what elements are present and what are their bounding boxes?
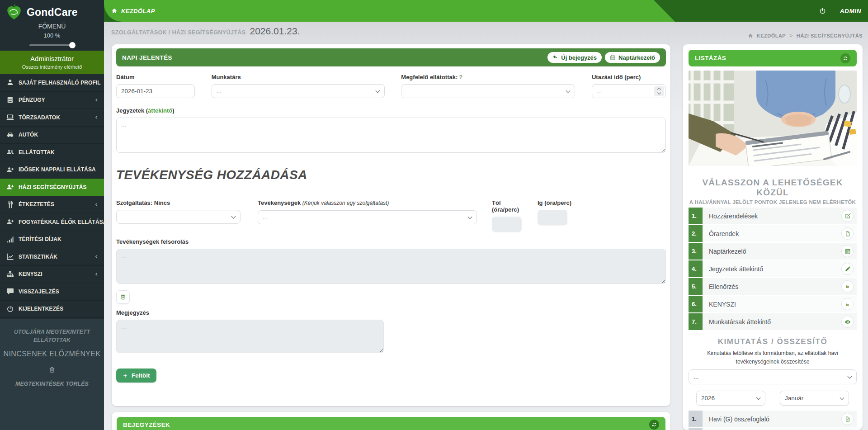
report-summary-description: Kimutatás letöltése xls formátumban, az … xyxy=(689,349,857,366)
date-input[interactable] xyxy=(116,84,195,98)
list-item-havi-s-osszefoglalo[interactable]: 2. Havi (S) összefoglaló xyxy=(689,428,857,430)
sidebar-item-etkeztetes[interactable]: ÉTKEZTETÉS xyxy=(0,196,104,214)
help-question-icon[interactable]: ? xyxy=(459,74,462,80)
report-select[interactable]: ... xyxy=(689,369,857,384)
recent-patients-title: UTOLJÁRA MEGTEKINTETT ELLÁTOTTAK xyxy=(0,328,104,344)
sidebar-item-kijelentkezes[interactable]: KIJELENTKEZÉS xyxy=(0,301,104,318)
zoom-slider[interactable] xyxy=(29,44,75,46)
sidebar-item-ellatottak[interactable]: ELLÁTOTTAK xyxy=(0,144,104,161)
breadcrumb-right: KEZDŐLAP > HÁZI SEGÍTSÉGNYÚJTÁS xyxy=(748,33,863,39)
breadcrumb: SZOLGÁLTATÁSOK / HÁZI SEGÍTSÉGNYÚJTÁS 20… xyxy=(111,27,300,36)
number-stepper[interactable] xyxy=(654,86,664,96)
power-icon[interactable] xyxy=(819,7,826,15)
sidebar-item-penzugy[interactable]: PÉNZÜGY xyxy=(0,92,104,109)
entries-title: BEJEGYZÉSEK xyxy=(123,421,170,428)
file-text-icon-button[interactable] xyxy=(841,413,854,425)
power-icon xyxy=(6,305,14,313)
sidebar-item-autok[interactable]: AUTÓK xyxy=(0,127,104,144)
recent-patients-panel: UTOLJÁRA MEGTEKINTETT ELLÁTOTTAK NINCSEN… xyxy=(0,319,104,430)
sidebar-menu-title: FŐMENÜ xyxy=(0,23,104,30)
sidebar-item-idosek-nappali-ellatasa[interactable]: IDŐSEK NAPPALI ELLÁTÁSA xyxy=(0,161,104,179)
staff-select[interactable]: ... xyxy=(212,84,385,98)
service-select[interactable] xyxy=(116,210,241,224)
current-user[interactable]: ADMIN xyxy=(840,8,861,14)
comment-textarea[interactable] xyxy=(116,320,384,353)
file-icon xyxy=(844,231,851,237)
time-from-input[interactable] xyxy=(492,217,522,232)
calendar-icon-button[interactable] xyxy=(841,245,854,257)
edit-icon-button[interactable] xyxy=(841,210,854,222)
refresh-listing-button[interactable] xyxy=(840,53,850,63)
date-label: Dátum xyxy=(116,74,195,80)
home-icon xyxy=(111,8,118,14)
trash-icon[interactable] xyxy=(48,366,56,373)
choose-options-subtitle: A HALVÁNNYAL JELÖLT PONTOK JELENLEG NEM … xyxy=(689,199,857,205)
sidebar-item-visszajelzes[interactable]: VISSZAJELZÉS xyxy=(0,283,104,301)
report-list: 1. Havi (G) összefoglaló 2. Havi (S) öss… xyxy=(689,411,857,430)
stepper-down-icon[interactable] xyxy=(657,91,661,95)
app-logo[interactable]: GondCare xyxy=(0,0,104,22)
chevron-left-icon xyxy=(94,97,99,103)
eligible-select[interactable] xyxy=(401,84,575,98)
add-activity-heading: TEVÉKENYSÉG HOZZÁADÁSA xyxy=(116,168,666,182)
file-icon-button[interactable] xyxy=(841,227,854,240)
sidebar-item-teritesi-dijak[interactable]: TÉRÍTÉSI DÍJAK xyxy=(0,231,104,249)
list-item-havi-g-osszefoglalo[interactable]: 1. Havi (G) összefoglaló xyxy=(689,411,857,427)
refresh-entries-button[interactable] xyxy=(649,420,659,430)
chevron-down-icon xyxy=(566,88,571,93)
utensils-icon xyxy=(6,200,14,209)
eye-icon-button[interactable] xyxy=(841,316,854,328)
comment-block: Megjegyzés xyxy=(116,309,384,353)
users-icon xyxy=(6,148,14,156)
pencil-icon-button[interactable] xyxy=(841,263,854,275)
activity-list-textarea[interactable] xyxy=(116,249,666,284)
notes-label: Jegyzetek (áttekintő) xyxy=(116,107,666,114)
sidebar-item-kenyszi[interactable]: KENYSZI xyxy=(0,266,104,284)
sidebar-item-fogyatekkal-elok-ellatasa[interactable]: FOGYATÉKKAL ÉLŐK ELLÁTÁSA xyxy=(0,213,104,231)
service-label: Szolgáltatás: Nincs xyxy=(116,199,241,206)
clear-history-link[interactable]: MEGTEKINTÉSEK TÖRLÉS xyxy=(0,380,104,388)
sidebar-menu: SAJÁT FELHASZNÁLÓ PROFIL PÉNZÜGY TÖRZSAD… xyxy=(0,74,104,318)
user-plus-icon xyxy=(6,217,14,226)
list-item-kenyszi[interactable]: 6. KENYSZI xyxy=(689,296,857,312)
car-icon xyxy=(6,131,14,139)
edit-icon xyxy=(844,213,851,219)
refresh-icon xyxy=(651,422,657,427)
list-item-ellenorzes[interactable]: 5. Ellenőrzés xyxy=(689,278,857,295)
list-item-hozzarendelesek[interactable]: 1. Hozzárendelések xyxy=(689,208,857,224)
calendar-manager-button[interactable]: Naptárkezelő xyxy=(605,52,660,63)
breadcrumb-home-link[interactable]: KEZDŐLAP xyxy=(757,33,786,38)
activities-label: Tevékenységek (Kérjük válasszon egy szol… xyxy=(258,199,477,207)
clear-activities-button[interactable] xyxy=(116,290,130,304)
list-item-naptarkezelo[interactable]: 3. Naptárkezelő xyxy=(689,243,857,260)
activities-select[interactable]: ... xyxy=(258,210,477,224)
notes-textarea[interactable] xyxy=(116,118,666,153)
gondcare-logo-icon xyxy=(5,3,23,21)
new-entry-button[interactable]: Új bejegyzés xyxy=(547,52,602,63)
zoom-slider-thumb[interactable] xyxy=(69,42,75,48)
month-select[interactable]: Január xyxy=(780,391,849,406)
sidebar-item-torzsadatok[interactable]: TÖRZSADATOK xyxy=(0,109,104,127)
entries-header: BEJEGYZÉSEK xyxy=(117,417,665,430)
report-form-row-1: Dátum Munkatárs ... Megfelelő ellátottak… xyxy=(116,74,666,98)
notes-overview-link[interactable]: áttekintő xyxy=(148,107,172,114)
in-icon-button[interactable] xyxy=(841,298,854,310)
time-from-label: Tól (óra/perc) xyxy=(492,199,523,213)
breadcrumb-path: SZOLGÁLTATÁSOK / HÁZI SEGÍTSÉGNYÚJTÁS xyxy=(111,29,245,36)
sidebar-item-sajat-felhasznalo-profil[interactable]: SAJÁT FELHASZNÁLÓ PROFIL xyxy=(0,74,104,92)
topbar: KEZDŐLAP ADMIN xyxy=(104,0,868,22)
sidebar-item-hazi-segitsegnyujtas[interactable]: HÁZI SEGÍTSÉGNYÚJTÁS xyxy=(0,179,104,196)
reply-icon xyxy=(552,55,558,61)
upload-button[interactable]: Feltölt xyxy=(116,369,156,383)
home-link[interactable]: KEZDŐLAP xyxy=(111,0,155,22)
year-select[interactable]: 2026 xyxy=(696,391,765,406)
calendar-icon xyxy=(610,55,616,61)
user-plus-icon xyxy=(6,183,14,191)
refresh-icon xyxy=(843,56,848,61)
in-icon-button[interactable] xyxy=(841,280,854,293)
list-item-orarendek[interactable]: 2. Órarendek xyxy=(689,225,857,242)
list-item-munkatarsak-attekinto[interactable]: 7. Munkatársak áttekintő xyxy=(689,313,857,330)
time-to-input[interactable] xyxy=(538,210,567,225)
sidebar-item-statisztikak[interactable]: STATISZTIKÁK xyxy=(0,248,104,266)
list-item-jegyzetek-attekinto[interactable]: 4. Jegyzetek áttekintő xyxy=(689,260,857,277)
